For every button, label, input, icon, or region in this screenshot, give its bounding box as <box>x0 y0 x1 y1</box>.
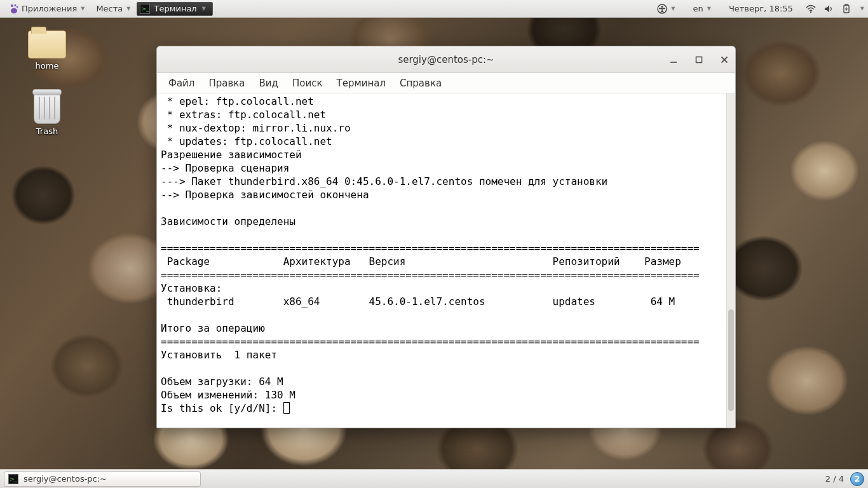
terminal-icon: >_ <box>8 474 18 484</box>
keyboard-layout-menu[interactable]: en ▼ <box>688 1 715 16</box>
svg-point-3 <box>11 8 17 13</box>
window-list-label: Терминал <box>154 4 196 13</box>
menu-help[interactable]: Справка <box>393 75 448 92</box>
scrollbar-thumb[interactable] <box>728 309 734 411</box>
terminal-output[interactable]: * epel: ftp.colocall.net * extras: ftp.c… <box>157 93 726 428</box>
terminal-line: ========================================… <box>161 242 700 254</box>
terminal-line: Объем изменений: 130 M <box>161 389 295 401</box>
taskbar-item-terminal[interactable]: >_ sergiy@centos-pc:~ <box>4 471 201 487</box>
gnome-foot-icon <box>9 4 19 14</box>
terminal-line: * updates: ftp.colocall.net <box>161 135 332 147</box>
workspace-indicator[interactable]: 2 / 4 <box>825 474 844 484</box>
accessibility-menu[interactable]: ▼ <box>652 1 680 17</box>
terminal-window: sergiy@centos-pc:~ Файл Правка Вид Поиск… <box>156 46 736 428</box>
menu-search[interactable]: Поиск <box>286 75 329 92</box>
terminal-line: * nux-dextop: mirror.li.nux.ro <box>161 122 351 134</box>
chevron-down-icon: ▼ <box>81 6 85 11</box>
chevron-down-icon: ▼ <box>671 6 675 11</box>
terminal-line: Разрешение зависимостей <box>161 149 302 161</box>
places-menu[interactable]: Места ▼ <box>91 1 135 16</box>
terminal-line: thunderbird x86_64 45.6.0-1.el7.centos u… <box>161 295 675 308</box>
clock-label: Четверг, 18:55 <box>729 4 793 13</box>
menu-edit[interactable]: Правка <box>202 75 251 92</box>
top-panel: Приложения ▼ Места ▼ >_ Терминал ▼ ▼ en … <box>0 0 868 18</box>
terminal-menubar: Файл Правка Вид Поиск Терминал Справка <box>157 73 735 93</box>
bottom-panel: >_ sergiy@centos-pc:~ 2 / 4 2 <box>0 469 868 488</box>
terminal-line: Установка: <box>161 282 222 294</box>
accessibility-icon <box>657 4 667 14</box>
desktop-icon-label: Trash <box>36 126 58 136</box>
minimize-button[interactable] <box>668 54 679 65</box>
svg-rect-8 <box>845 4 848 5</box>
chevron-down-icon: ▼ <box>126 6 130 11</box>
svg-point-2 <box>17 6 18 7</box>
svg-point-0 <box>11 4 13 7</box>
close-button[interactable] <box>719 54 730 65</box>
svg-point-1 <box>15 4 17 6</box>
terminal-scrollbar[interactable] <box>726 93 735 428</box>
svg-rect-10 <box>696 57 702 62</box>
terminal-line: ---> Пакет thunderbird.x86_64 0:45.6.0-1… <box>161 175 607 187</box>
maximize-button[interactable] <box>693 54 705 65</box>
applications-label: Приложения <box>22 4 77 13</box>
terminal-line: Package Архитектура Версия Репозиторий Р… <box>161 255 681 268</box>
terminal-line: * epel: ftp.colocall.net <box>161 95 314 107</box>
window-list-terminal[interactable]: >_ Терминал ▼ <box>137 2 212 16</box>
desktop-icon-label: home <box>36 61 59 71</box>
terminal-line: * extras: ftp.colocall.net <box>161 109 326 121</box>
terminal-line: --> Проверка зависимостей окончена <box>161 189 369 201</box>
volume-icon[interactable] <box>824 4 834 14</box>
desktop-icon-trash[interactable]: Trash <box>15 92 79 136</box>
folder-icon <box>28 30 66 58</box>
window-title: sergiy@centos-pc:~ <box>157 54 735 65</box>
applications-menu[interactable]: Приложения ▼ <box>4 1 90 17</box>
desktop-icon-home[interactable]: home <box>15 30 79 71</box>
chevron-down-icon: ▼ <box>860 6 864 11</box>
terminal-line: Зависимости определены <box>161 215 295 227</box>
taskbar-item-label: sergiy@centos-pc:~ <box>24 474 107 484</box>
trash-icon <box>34 92 60 124</box>
chevron-down-icon: ▼ <box>202 6 206 11</box>
terminal-line: --> Проверка сценария <box>161 162 289 174</box>
wifi-icon[interactable] <box>806 4 816 14</box>
keyboard-layout-label: en <box>693 4 703 13</box>
clock-menu[interactable]: Четверг, 18:55 <box>724 1 798 16</box>
terminal-line: Объем загрузки: 64 M <box>161 376 283 388</box>
chevron-down-icon: ▼ <box>707 6 711 11</box>
terminal-line: Итого за операцию <box>161 322 265 334</box>
places-label: Места <box>96 4 123 13</box>
window-titlebar[interactable]: sergiy@centos-pc:~ <box>157 46 735 73</box>
battery-icon[interactable] <box>841 4 851 14</box>
terminal-line: Is this ok [y/d/N]: <box>161 402 283 414</box>
notification-count: 2 <box>854 474 860 484</box>
notification-badge[interactable]: 2 <box>850 472 864 486</box>
menu-file[interactable]: Файл <box>162 75 201 92</box>
desktop-icons: home Trash <box>15 30 79 136</box>
menu-view[interactable]: Вид <box>253 75 285 92</box>
terminal-line: ========================================… <box>161 269 700 281</box>
terminal-line: Установить 1 пакет <box>161 349 277 361</box>
terminal-cursor <box>283 402 290 414</box>
menu-terminal[interactable]: Терминал <box>330 75 392 92</box>
terminal-line: ========================================… <box>161 336 700 348</box>
svg-point-6 <box>810 11 811 12</box>
terminal-icon: >_ <box>140 4 150 14</box>
svg-point-5 <box>661 5 663 7</box>
